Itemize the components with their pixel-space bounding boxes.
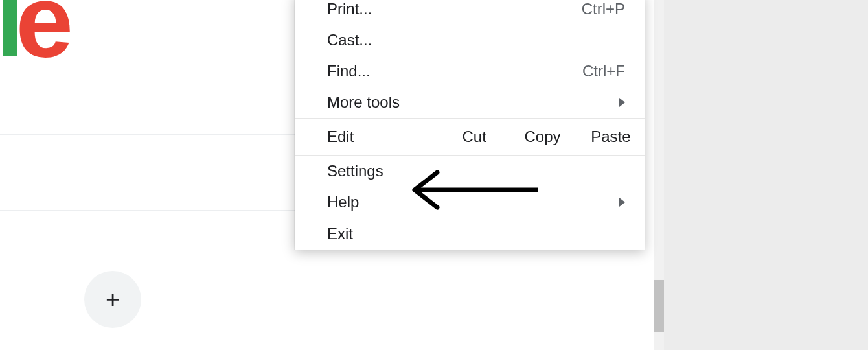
menu-item-print[interactable]: Print... Ctrl+P <box>295 0 645 25</box>
edit-copy-button[interactable]: Copy <box>508 119 577 155</box>
menu-edit-row: Edit Cut Copy Paste <box>295 118 645 156</box>
menu-edit-label: Edit <box>295 119 440 155</box>
menu-item-settings[interactable]: Settings <box>295 156 645 187</box>
logo-letter-e: e <box>16 0 64 78</box>
google-logo-fragment: gle <box>0 0 64 80</box>
add-shortcut-button[interactable]: + <box>84 271 141 328</box>
menu-label: Cut <box>462 128 486 146</box>
edit-cut-button[interactable]: Cut <box>440 119 508 155</box>
submenu-arrow-icon <box>619 198 625 207</box>
menu-item-exit[interactable]: Exit <box>295 218 645 250</box>
edit-paste-button[interactable]: Paste <box>577 119 645 155</box>
menu-label: Print... <box>327 0 372 18</box>
menu-shortcut: Ctrl+P <box>582 0 625 18</box>
menu-label: Copy <box>524 128 560 146</box>
chrome-overflow-menu: Print... Ctrl+P Cast... Find... Ctrl+F M… <box>295 0 645 250</box>
menu-label: Paste <box>591 128 630 146</box>
logo-letter-l: l <box>0 0 16 78</box>
menu-label: Find... <box>327 62 371 80</box>
menu-label: Edit <box>327 128 354 146</box>
menu-item-more-tools[interactable]: More tools <box>295 87 645 118</box>
plus-icon: + <box>106 286 120 314</box>
menu-item-cast[interactable]: Cast... <box>295 25 645 56</box>
window-background <box>662 0 868 350</box>
submenu-arrow-icon <box>619 98 625 107</box>
menu-item-find[interactable]: Find... Ctrl+F <box>295 56 645 87</box>
search-bar-fragment[interactable] <box>0 134 295 211</box>
menu-label: Settings <box>327 162 383 180</box>
menu-label: Cast... <box>327 31 372 49</box>
menu-label: Help <box>327 193 359 211</box>
menu-label: Exit <box>327 225 353 243</box>
menu-item-help[interactable]: Help <box>295 187 645 218</box>
scrollbar-thumb[interactable] <box>654 280 664 332</box>
menu-label: More tools <box>327 93 400 111</box>
menu-shortcut: Ctrl+F <box>582 62 625 80</box>
